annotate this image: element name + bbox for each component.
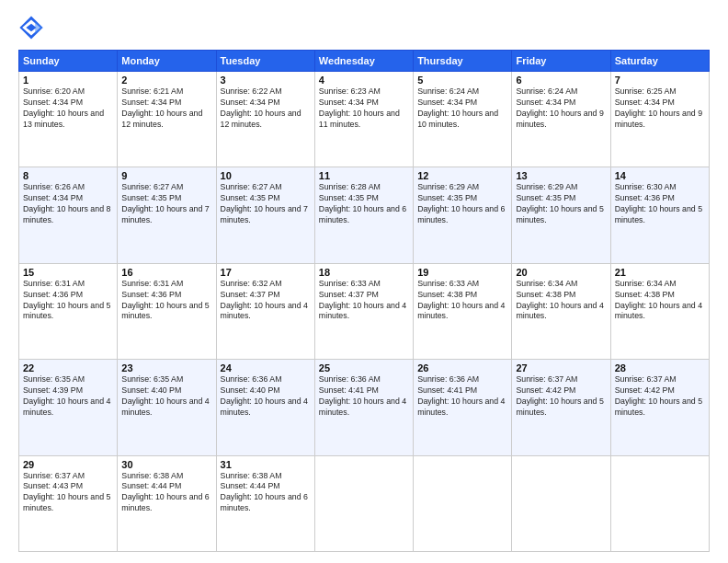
day-detail: Sunrise: 6:36 AM Sunset: 4:41 PM Dayligh…	[417, 374, 507, 419]
calendar-header-row: SundayMondayTuesdayWednesdayThursdayFrid…	[19, 51, 710, 72]
sunset-label: Sunset: 4:34 PM	[221, 98, 280, 107]
sunset-label: Sunset: 4:34 PM	[121, 98, 181, 107]
sunrise-label: Sunrise: 6:21 AM	[121, 86, 183, 96]
sunrise-label: Sunrise: 6:24 AM	[516, 86, 577, 96]
sunrise-label: Sunrise: 6:31 AM	[121, 279, 183, 288]
day-cell-31: 31 Sunrise: 6:38 AM Sunset: 4:44 PM Dayl…	[216, 455, 314, 551]
daylight-label: Daylight: 10 hours and 5 minutes.	[516, 396, 603, 417]
day-of-week-sunday: Sunday	[19, 51, 118, 72]
daylight-label: Daylight: 10 hours and 7 minutes.	[121, 204, 209, 224]
sunset-label: Sunset: 4:36 PM	[23, 290, 83, 299]
daylight-label: Daylight: 10 hours and 10 minutes.	[417, 109, 498, 129]
sunset-label: Sunset: 4:36 PM	[121, 290, 181, 299]
day-cell-24: 24 Sunrise: 6:36 AM Sunset: 4:40 PM Dayl…	[216, 360, 314, 455]
day-cell-13: 13 Sunrise: 6:29 AM Sunset: 4:35 PM Dayl…	[512, 167, 610, 263]
day-detail: Sunrise: 6:28 AM Sunset: 4:35 PM Dayligh…	[319, 182, 409, 226]
sunset-label: Sunset: 4:37 PM	[319, 290, 379, 299]
day-number: 9	[121, 170, 211, 181]
day-cell-5: 5 Sunrise: 6:24 AM Sunset: 4:34 PM Dayli…	[414, 72, 512, 167]
sunset-label: Sunset: 4:42 PM	[615, 385, 675, 395]
daylight-label: Daylight: 10 hours and 5 minutes.	[23, 492, 110, 512]
day-number: 4	[319, 75, 409, 86]
day-detail: Sunrise: 6:36 AM Sunset: 4:41 PM Dayligh…	[319, 374, 409, 419]
day-of-week-saturday: Saturday	[610, 51, 709, 72]
day-of-week-wednesday: Wednesday	[314, 51, 413, 72]
sunrise-label: Sunrise: 6:28 AM	[319, 182, 381, 191]
sunrise-label: Sunrise: 6:38 AM	[121, 471, 183, 480]
daylight-label: Daylight: 10 hours and 9 minutes.	[615, 109, 702, 129]
day-cell-18: 18 Sunrise: 6:33 AM Sunset: 4:37 PM Dayl…	[314, 263, 413, 359]
day-detail: Sunrise: 6:30 AM Sunset: 4:36 PM Dayligh…	[615, 182, 705, 226]
day-number: 12	[417, 170, 507, 181]
day-cell-22: 22 Sunrise: 6:35 AM Sunset: 4:39 PM Dayl…	[19, 360, 118, 455]
daylight-label: Daylight: 10 hours and 7 minutes.	[221, 204, 308, 224]
day-detail: Sunrise: 6:31 AM Sunset: 4:36 PM Dayligh…	[23, 279, 113, 323]
sunset-label: Sunset: 4:36 PM	[615, 193, 675, 202]
sunrise-label: Sunrise: 6:35 AM	[121, 374, 183, 384]
sunrise-label: Sunrise: 6:29 AM	[516, 182, 577, 191]
daylight-label: Daylight: 10 hours and 4 minutes.	[319, 301, 406, 321]
empty-cell	[610, 455, 709, 551]
sunset-label: Sunset: 4:41 PM	[319, 385, 379, 395]
day-of-week-thursday: Thursday	[414, 51, 512, 72]
daylight-label: Daylight: 10 hours and 5 minutes.	[23, 301, 110, 321]
day-number: 14	[615, 170, 705, 181]
day-number: 31	[221, 459, 311, 470]
sunrise-label: Sunrise: 6:30 AM	[615, 182, 677, 191]
sunset-label: Sunset: 4:35 PM	[319, 193, 379, 202]
empty-cell	[414, 455, 512, 551]
sunrise-label: Sunrise: 6:37 AM	[615, 374, 677, 384]
calendar-week-row: 15 Sunrise: 6:31 AM Sunset: 4:36 PM Dayl…	[19, 263, 710, 359]
sunrise-label: Sunrise: 6:24 AM	[417, 86, 479, 96]
day-detail: Sunrise: 6:37 AM Sunset: 4:43 PM Dayligh…	[23, 471, 113, 515]
daylight-label: Daylight: 10 hours and 4 minutes.	[319, 396, 406, 417]
sunset-label: Sunset: 4:35 PM	[121, 193, 181, 202]
day-cell-14: 14 Sunrise: 6:30 AM Sunset: 4:36 PM Dayl…	[610, 167, 709, 263]
sunset-label: Sunset: 4:35 PM	[417, 193, 477, 202]
day-detail: Sunrise: 6:38 AM Sunset: 4:44 PM Dayligh…	[221, 471, 311, 515]
daylight-label: Daylight: 10 hours and 6 minutes.	[319, 204, 406, 224]
day-detail: Sunrise: 6:26 AM Sunset: 4:34 PM Dayligh…	[23, 182, 113, 226]
day-number: 10	[221, 170, 311, 181]
daylight-label: Daylight: 10 hours and 5 minutes.	[615, 204, 702, 224]
day-detail: Sunrise: 6:22 AM Sunset: 4:34 PM Dayligh…	[221, 86, 311, 131]
day-detail: Sunrise: 6:31 AM Sunset: 4:36 PM Dayligh…	[121, 279, 211, 323]
day-cell-9: 9 Sunrise: 6:27 AM Sunset: 4:35 PM Dayli…	[118, 167, 216, 263]
day-cell-6: 6 Sunrise: 6:24 AM Sunset: 4:34 PM Dayli…	[512, 72, 610, 167]
day-number: 23	[121, 362, 211, 373]
day-cell-7: 7 Sunrise: 6:25 AM Sunset: 4:34 PM Dayli…	[610, 72, 709, 167]
sunset-label: Sunset: 4:43 PM	[23, 481, 83, 490]
sunset-label: Sunset: 4:38 PM	[417, 290, 477, 299]
sunset-label: Sunset: 4:37 PM	[221, 290, 280, 299]
day-number: 30	[121, 459, 211, 470]
daylight-label: Daylight: 10 hours and 9 minutes.	[516, 109, 603, 129]
sunrise-label: Sunrise: 6:34 AM	[615, 279, 677, 288]
sunrise-label: Sunrise: 6:37 AM	[516, 374, 577, 384]
day-number: 29	[23, 459, 113, 470]
day-number: 3	[221, 75, 311, 86]
daylight-label: Daylight: 10 hours and 6 minutes.	[417, 204, 505, 224]
sunrise-label: Sunrise: 6:20 AM	[23, 86, 85, 96]
day-detail: Sunrise: 6:35 AM Sunset: 4:40 PM Dayligh…	[121, 374, 211, 419]
sunset-label: Sunset: 4:35 PM	[516, 193, 575, 202]
sunset-label: Sunset: 4:44 PM	[121, 481, 181, 490]
day-cell-23: 23 Sunrise: 6:35 AM Sunset: 4:40 PM Dayl…	[118, 360, 216, 455]
day-cell-28: 28 Sunrise: 6:37 AM Sunset: 4:42 PM Dayl…	[610, 360, 709, 455]
empty-cell	[512, 455, 610, 551]
calendar-week-row: 22 Sunrise: 6:35 AM Sunset: 4:39 PM Dayl…	[19, 360, 710, 455]
sunset-label: Sunset: 4:34 PM	[319, 98, 379, 107]
sunset-label: Sunset: 4:34 PM	[516, 98, 575, 107]
calendar-week-row: 8 Sunrise: 6:26 AM Sunset: 4:34 PM Dayli…	[19, 167, 710, 263]
day-detail: Sunrise: 6:29 AM Sunset: 4:35 PM Dayligh…	[516, 182, 606, 226]
day-detail: Sunrise: 6:24 AM Sunset: 4:34 PM Dayligh…	[516, 86, 606, 131]
sunrise-label: Sunrise: 6:34 AM	[516, 279, 577, 288]
svg-marker-3	[35, 21, 42, 34]
calendar-week-row: 29 Sunrise: 6:37 AM Sunset: 4:43 PM Dayl…	[19, 455, 710, 551]
sunrise-label: Sunrise: 6:27 AM	[221, 182, 282, 191]
sunrise-label: Sunrise: 6:26 AM	[23, 182, 85, 191]
day-number: 28	[615, 362, 705, 373]
day-cell-3: 3 Sunrise: 6:22 AM Sunset: 4:34 PM Dayli…	[216, 72, 314, 167]
daylight-label: Daylight: 10 hours and 4 minutes.	[23, 396, 110, 417]
calendar-week-row: 1 Sunrise: 6:20 AM Sunset: 4:34 PM Dayli…	[19, 72, 710, 167]
day-detail: Sunrise: 6:34 AM Sunset: 4:38 PM Dayligh…	[516, 279, 606, 323]
